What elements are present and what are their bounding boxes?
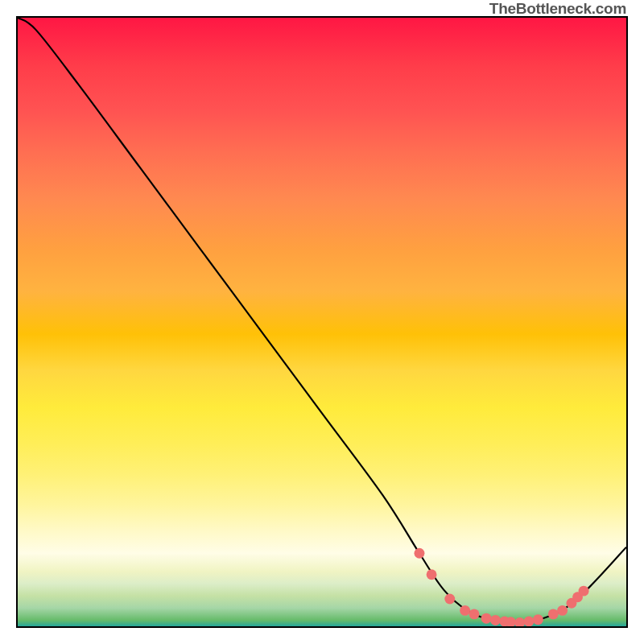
data-dot <box>427 569 437 580</box>
data-dot <box>524 616 535 626</box>
curve-layer <box>18 18 626 626</box>
bottleneck-curve <box>18 18 626 623</box>
data-dot <box>557 605 568 616</box>
data-dot <box>414 548 424 559</box>
data-dot <box>533 614 543 625</box>
data-dot <box>460 605 470 616</box>
data-dot <box>579 586 589 597</box>
data-dot <box>469 609 480 619</box>
plot-area <box>16 16 628 628</box>
watermark-text: TheBottleneck.com <box>489 0 626 18</box>
data-dot <box>481 613 492 624</box>
data-dot <box>444 594 455 605</box>
data-dot <box>490 615 501 625</box>
chart-container: TheBottleneck.com <box>0 0 644 644</box>
data-dot <box>548 609 559 619</box>
data-dot <box>514 617 525 626</box>
data-dots <box>414 548 588 626</box>
